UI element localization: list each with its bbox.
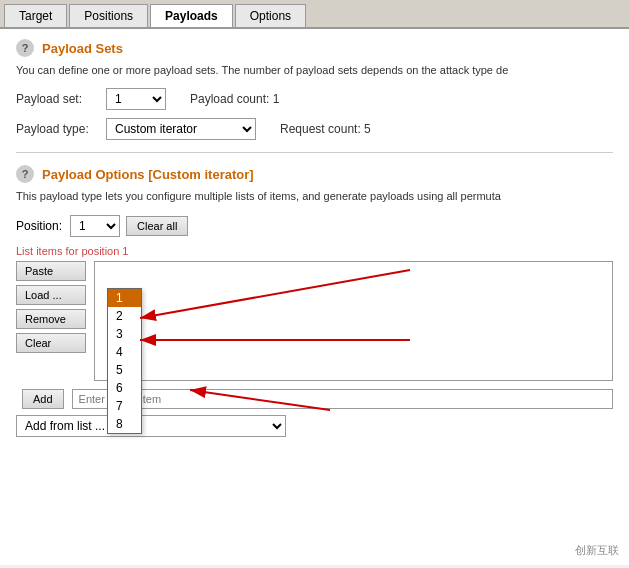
payload-options-section: ? Payload Options [Custom iterator] This… xyxy=(16,165,613,436)
position-row: Position: 1 Clear all xyxy=(16,215,613,237)
dropdown-item-4[interactable]: 4 xyxy=(108,343,141,361)
payload-options-title: Payload Options [Custom iterator] xyxy=(42,167,254,182)
main-content: ? Payload Sets You can define one or mor… xyxy=(0,29,629,565)
payload-type-select[interactable]: Custom iterator xyxy=(106,118,256,140)
payload-set-label: Payload set: xyxy=(16,92,106,106)
payload-set-select[interactable]: 1 xyxy=(106,88,166,110)
section-divider xyxy=(16,152,613,153)
request-count-stat: Request count: 5 xyxy=(280,122,371,136)
tabs-bar: Target Positions Payloads Options xyxy=(0,0,629,29)
position-select[interactable]: 1 xyxy=(70,215,120,237)
payload-set-row: Payload set: 1 Payload count: 1 xyxy=(16,88,613,110)
list-items-label: List items for position 1 xyxy=(16,245,613,257)
remove-button[interactable]: Remove xyxy=(16,309,86,329)
position-label: Position: xyxy=(16,219,62,233)
load-button[interactable]: Load ... xyxy=(16,285,86,305)
payload-type-row: Payload type: Custom iterator Request co… xyxy=(16,118,613,140)
dropdown-item-1[interactable]: 1 xyxy=(108,289,141,307)
payload-type-label: Payload type: xyxy=(16,122,106,136)
watermark: 创新互联 xyxy=(575,543,619,558)
tab-options[interactable]: Options xyxy=(235,4,306,27)
payload-sets-description: You can define one or more payload sets.… xyxy=(16,63,613,78)
add-button[interactable]: Add xyxy=(22,389,64,409)
payload-sets-header: ? Payload Sets xyxy=(16,39,613,57)
add-from-list-row: Add from list ... xyxy=(16,415,613,437)
list-area: Paste Load ... Remove Clear xyxy=(16,261,613,381)
dropdown-item-6[interactable]: 6 xyxy=(108,379,141,397)
payload-sets-title: Payload Sets xyxy=(42,41,123,56)
tab-payloads[interactable]: Payloads xyxy=(150,4,233,27)
add-item-input[interactable] xyxy=(72,389,613,409)
tab-positions[interactable]: Positions xyxy=(69,4,148,27)
payload-options-description: This payload type lets you configure mul… xyxy=(16,189,613,204)
dropdown-item-7[interactable]: 7 xyxy=(108,397,141,415)
paste-button[interactable]: Paste xyxy=(16,261,86,281)
payload-sets-help-icon[interactable]: ? xyxy=(16,39,34,57)
clear-all-button[interactable]: Clear all xyxy=(126,216,188,236)
add-from-list-select[interactable]: Add from list ... xyxy=(16,415,286,437)
dropdown-item-5[interactable]: 5 xyxy=(108,361,141,379)
dropdown-item-3[interactable]: 3 xyxy=(108,325,141,343)
add-item-row: Add xyxy=(16,389,613,409)
list-box[interactable] xyxy=(94,261,613,381)
list-action-buttons: Paste Load ... Remove Clear xyxy=(16,261,86,381)
payload-options-header: ? Payload Options [Custom iterator] xyxy=(16,165,613,183)
payload-count-stat: Payload count: 1 xyxy=(190,92,279,106)
clear-button[interactable]: Clear xyxy=(16,333,86,353)
position-dropdown-menu[interactable]: 1 2 3 4 5 6 7 8 xyxy=(107,288,142,434)
tab-target[interactable]: Target xyxy=(4,4,67,27)
dropdown-item-8[interactable]: 8 xyxy=(108,415,141,433)
payload-options-help-icon[interactable]: ? xyxy=(16,165,34,183)
dropdown-item-2[interactable]: 2 xyxy=(108,307,141,325)
